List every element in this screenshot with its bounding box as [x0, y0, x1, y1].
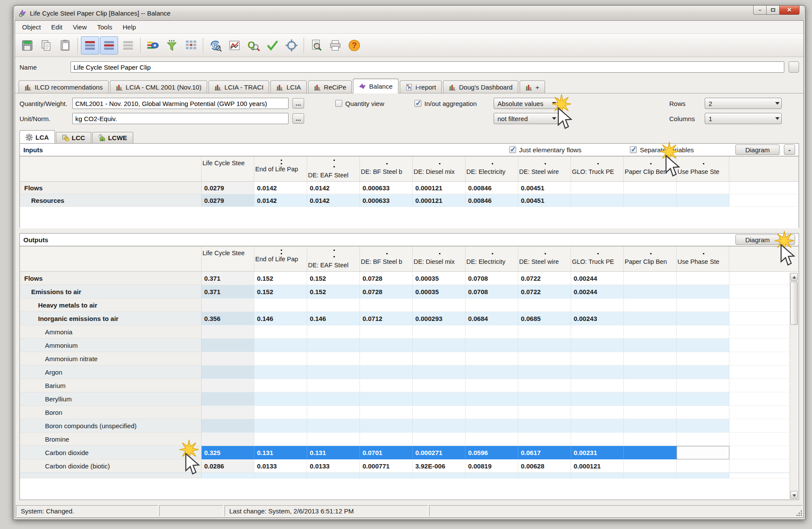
value-cell[interactable] [465, 379, 518, 392]
copy-button[interactable] [37, 36, 55, 55]
table-row[interactable]: Resources0.02790.01420.01420.0006330.000… [20, 194, 799, 207]
menu-view[interactable]: View [67, 22, 92, 32]
value-cell[interactable] [360, 298, 413, 312]
tab-lcia-cml-2001-nov-10-[interactable]: LCIA - CML 2001 (Nov.10) [110, 80, 207, 93]
value-cell[interactable] [307, 352, 360, 365]
value-cell[interactable] [307, 392, 360, 406]
value-cell[interactable] [307, 298, 360, 312]
value-cell[interactable]: 0.00244 [571, 272, 624, 285]
value-cell[interactable] [413, 392, 465, 406]
table-row[interactable]: Argon [20, 365, 799, 379]
value-cell[interactable]: 0.0142 [307, 182, 360, 194]
value-cell[interactable] [307, 379, 360, 392]
value-cell[interactable]: 0.00846 [465, 194, 518, 207]
scroll-up-button[interactable] [790, 273, 798, 281]
paste-button[interactable] [56, 36, 74, 55]
column-header[interactable]: DE: Electricity [465, 157, 518, 181]
value-cell[interactable] [624, 272, 677, 285]
value-cell[interactable]: 0.0722 [518, 285, 571, 298]
value-cell[interactable] [518, 325, 571, 339]
column-header[interactable]: DE: Steel wire [518, 157, 571, 181]
value-cell[interactable] [518, 298, 571, 312]
value-cell[interactable] [571, 182, 624, 194]
table-row[interactable]: Emissions to air0.3710.1520.1520.07280.0… [20, 285, 799, 298]
tab--[interactable]: + [520, 80, 545, 93]
value-cell[interactable] [465, 298, 518, 312]
value-cell[interactable] [202, 406, 254, 419]
column-header[interactable]: DE: EAF Steel [307, 247, 360, 271]
value-cell[interactable] [571, 339, 624, 352]
value-cell[interactable] [624, 419, 677, 433]
value-cell[interactable] [677, 459, 729, 473]
outputs-diagram-button[interactable]: Diagram [735, 234, 780, 245]
value-cell[interactable] [677, 446, 729, 459]
column-header[interactable]: DE: BF Steel b [360, 247, 413, 271]
value-cell[interactable]: 0.356 [202, 312, 254, 325]
value-cell[interactable]: 0.00451 [518, 194, 571, 207]
column-header[interactable]: Paper Clip Ben [624, 157, 677, 181]
value-cell[interactable] [307, 325, 360, 339]
just-elementary-flows-checkbox[interactable]: Just elementary flows [509, 146, 581, 154]
column-header[interactable]: End of Life Pap [254, 247, 307, 271]
tab-ilcd-recommendations[interactable]: ILCD recommendations [19, 80, 109, 93]
value-cell[interactable] [465, 325, 518, 339]
column-header[interactable]: DE: Steel wire [518, 247, 571, 271]
value-cell[interactable] [465, 406, 518, 419]
value-cell[interactable]: 0.0685 [518, 312, 571, 325]
value-cell[interactable]: 0.00035 [413, 272, 465, 285]
value-cell[interactable]: 0.0684 [465, 312, 518, 325]
value-cell[interactable]: 0.0286 [202, 459, 254, 473]
value-cell[interactable] [624, 285, 677, 298]
value-cell[interactable]: 0.0142 [307, 194, 360, 207]
value-cell[interactable]: 0.000121 [413, 194, 465, 207]
value-cell[interactable]: 0.0279 [202, 182, 254, 194]
value-cell[interactable] [413, 298, 465, 312]
value-cell[interactable]: 0.00243 [571, 312, 624, 325]
tab-lcia[interactable]: LCIA [270, 80, 306, 93]
value-cell[interactable] [677, 406, 729, 419]
value-cell[interactable] [254, 298, 307, 312]
value-cell[interactable] [254, 379, 307, 392]
value-cell[interactable] [202, 365, 254, 379]
value-cell[interactable] [360, 379, 413, 392]
value-cell[interactable] [518, 379, 571, 392]
value-cell[interactable] [202, 392, 254, 406]
tab-balance[interactable]: Balance [353, 79, 398, 93]
value-cell[interactable] [307, 406, 360, 419]
grid-button[interactable] [182, 36, 200, 55]
process-search-button[interactable]: P [206, 36, 225, 55]
column-header[interactable]: Life Cycle Stee [202, 247, 254, 271]
table-row[interactable]: Heavy metals to air [20, 298, 799, 312]
value-cell[interactable] [202, 433, 254, 446]
value-cell[interactable]: 0.00846 [465, 182, 518, 194]
value-cell[interactable] [624, 379, 677, 392]
value-cell[interactable] [677, 392, 729, 406]
column-header[interactable]: Paper Clip Ben [624, 247, 677, 271]
value-cell[interactable] [465, 352, 518, 365]
value-cell[interactable] [624, 406, 677, 419]
column-header[interactable]: Use Phase Ste [677, 247, 729, 271]
quantity-search-button[interactable]: Q [244, 36, 263, 55]
value-cell[interactable] [571, 379, 624, 392]
value-cell[interactable] [518, 419, 571, 433]
tab-lcia-traci[interactable]: LCIA - TRACI [209, 80, 270, 93]
value-cell[interactable] [413, 379, 465, 392]
inputs-diagram-button[interactable]: Diagram [735, 144, 780, 155]
balance-view-button[interactable] [144, 36, 162, 55]
layout-top-button[interactable] [81, 36, 99, 55]
menu-tools[interactable]: Tools [92, 22, 117, 32]
value-cell[interactable] [465, 339, 518, 352]
value-cell[interactable] [518, 392, 571, 406]
column-header[interactable]: GLO: Truck PE [571, 157, 624, 181]
tab-recipe[interactable]: ReCiPe [308, 80, 352, 93]
value-cell[interactable] [571, 352, 624, 365]
value-cell[interactable] [202, 339, 254, 352]
value-cell[interactable]: 0.152 [307, 272, 360, 285]
table-row[interactable]: Barium [20, 379, 799, 392]
save-button[interactable] [18, 36, 36, 55]
unit-norm-input[interactable] [72, 113, 289, 124]
value-cell[interactable]: 0.0596 [465, 446, 518, 459]
resize-grip[interactable] [796, 510, 802, 516]
value-cell[interactable]: 0.0133 [307, 459, 360, 473]
layout-center-button[interactable] [100, 36, 118, 55]
